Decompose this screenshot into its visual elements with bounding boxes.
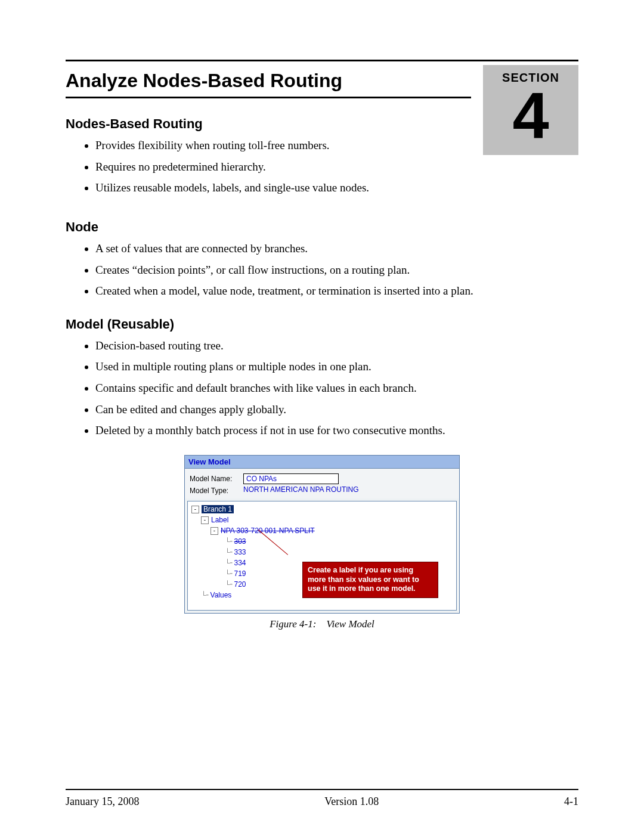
list-item: Utilizes reusable models, labels, and si… [95,180,471,196]
list-node: A set of values that are connected by br… [66,241,578,299]
tree-node-values[interactable]: Values [210,591,232,599]
tree-leaf[interactable]: 719 [234,569,246,578]
tree-node-label[interactable]: Label [211,516,228,524]
page-footer: January 15, 2008 Version 1.08 4-1 [66,795,578,808]
list-item: Contains specific and default branches w… [95,380,578,396]
tree-leaf[interactable]: 334 [234,559,246,567]
section-number: 4 [483,82,578,148]
callout-note: Create a label if you are using more tha… [302,562,438,598]
tree-node-npa[interactable]: NPA 303-720 001-NPA SPLIT [221,527,315,535]
list-nodes-based-routing: Provides flexibility when routing toll-f… [66,138,471,196]
list-model-reusable: Decision-based routing tree. Used in mul… [66,338,578,438]
section-badge: SECTION 4 [483,65,578,155]
footer-date: January 15, 2008 [66,795,139,808]
tree-collapse-icon[interactable]: - [191,506,199,513]
list-item: Deleted by a monthly batch process if no… [95,423,578,438]
tree-node-branch[interactable]: Branch 1 [202,505,234,513]
list-item: Created when a model, value node, treatm… [95,283,578,299]
list-item: Decision-based routing tree. [95,338,578,354]
tree-collapse-icon[interactable]: - [210,527,218,535]
model-name-field[interactable] [243,473,339,484]
figure-view-model: View Model Model Name: Model Type: NORTH… [184,455,460,614]
tree-leaf[interactable]: 303 [234,537,246,546]
page-title: Analyze Nodes-Based Routing [66,70,471,92]
list-item: Used in multiple routing plans or multip… [95,359,578,374]
list-item: Requires no predetermined hierarchy. [95,159,471,175]
tree-leaf[interactable]: 720 [234,580,246,589]
list-item: Provides flexibility when routing toll-f… [95,138,471,153]
list-item: A set of values that are connected by br… [95,241,578,256]
window-titlebar: View Model [185,456,459,469]
figure-caption: Figure 4-1: View Model [66,618,578,630]
list-item: Can be edited and changes apply globally… [95,402,578,417]
tree-collapse-icon[interactable]: - [201,516,209,524]
footer-version: Version 1.08 [324,795,379,808]
tree-leaf[interactable]: 333 [234,548,246,556]
footer-page-number: 4-1 [564,795,578,808]
tree-view[interactable]: -Branch 1 -Label -NPA 303-720 001-NPA SP… [187,501,457,611]
label-model-type: Model Type: [190,485,243,495]
list-item: Creates “decision points”, or call flow … [95,262,578,278]
model-type-value: NORTH AMERICAN NPA ROUTING [243,485,359,494]
heading-model-reusable: Model (Reusable) [66,317,578,332]
heading-nodes-based-routing: Nodes-Based Routing [66,116,471,132]
label-model-name: Model Name: [190,473,243,483]
heading-node: Node [66,219,578,235]
